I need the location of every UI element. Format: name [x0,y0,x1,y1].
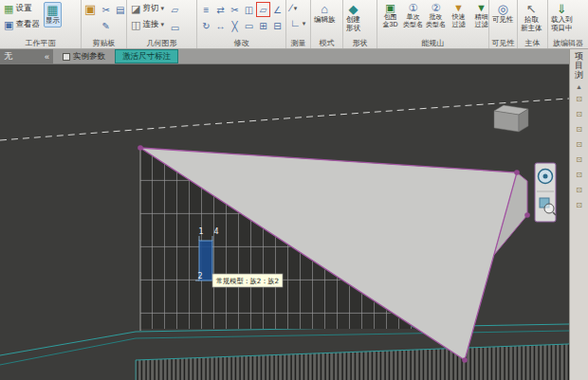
paste-button[interactable]: ▣ [83,2,97,17]
work-plane-grid-icon: ▦ [4,4,13,14]
title-char: 项 [575,51,583,61]
dimension-value-right[interactable]: 4 [213,227,218,236]
steering-wheel-icon[interactable] [539,170,553,184]
set-work-plane-button[interactable]: ▦ 设置 [2,2,42,15]
quick-filter-button[interactable]: ▼ 快速 过滤 [448,2,469,29]
modify-tools-grid: ≡ ⇄ ✂ ◫ ▱ ∠ ↻ ↔ ╳ ▭ ⊞ ⊟ [199,2,285,34]
panel-label-work-plane: 工作平面 [0,38,81,48]
join-geometry-button[interactable]: ◫ 连接 ▾ [129,18,166,31]
viewport-3d[interactable]: 1 4 2 常规模型 : 族2 : 族2 [0,64,569,380]
bbox-label-line1: 包围 [384,13,397,21]
chevron-down-icon: ▾ [160,21,164,28]
match-type-icon[interactable]: ✎ [99,18,113,33]
panel-label-family-editor: 族编辑器 [548,38,588,48]
dimension-button[interactable]: ∟ ▾ [288,17,307,29]
tree-node-icon[interactable]: ⊡ [576,171,582,179]
tooltip-text: 常规模型 : 族2 : 族2 [216,277,279,285]
cut-geometry-button[interactable]: ◪ 剪切 ▾ [129,2,166,15]
modify-tool-icon[interactable]: ╳ [228,18,242,33]
modify-tool-icon[interactable]: ⊞ [256,18,270,33]
copy-icon[interactable]: ▤ [113,2,126,17]
dimension-value-bottom[interactable]: 2 [197,272,202,280]
panel-geometry: ◪ 剪切 ▾ ◫ 连接 ▾ ▱ ▭ 几何图形 [127,0,197,48]
chevron-down-icon: ▾ [294,5,298,12]
fine-filter-button[interactable]: ▼ 精细 过滤 [470,2,488,29]
collapse-icon: « [45,52,49,62]
viewer-icon: ▣ [4,20,13,30]
tree-node-icon[interactable]: ⊡ [576,95,582,103]
panel-work-plane: ▦ 设置 ▣ 查看器 ▦ 显示 工作平面 [0,0,82,48]
modify-tool-icon[interactable]: ⇄ [213,2,228,17]
edit-family-icon: ⌂ [321,3,328,16]
single-label-line2: 类型名 [403,21,423,28]
tree-node-icon[interactable]: ⊡ [576,186,582,194]
geometry-tool-icon[interactable]: ▭ [168,20,182,35]
bounding-box-3d-button[interactable]: ▣ 包围 盒3D [379,2,401,29]
modify-tool-icon-highlighted[interactable]: ▱ [256,2,270,17]
set-label: 设置 [15,3,31,14]
quick-filter-icon: ▼ [453,3,464,13]
floor-hatch-strip [136,344,569,380]
reference-line-dashed [0,99,569,140]
dimension-value-left[interactable]: 1 [198,227,203,236]
fine-filter-label-line2: 过滤 [475,21,488,28]
tree-node-icon[interactable]: ⊡ [576,201,582,209]
panel-label-mode: 模式 [311,38,342,48]
options-bar: 无 « 实例参数 激活尺寸标注 [0,49,569,64]
viewer-button[interactable]: ▣ 查看器 [2,18,42,31]
modify-tool-icon[interactable]: ▭ [242,18,256,33]
show-label: 显示 [46,17,60,26]
single-label-line1: 单次 [407,13,420,21]
load-label-line2: 项目中 [551,25,573,33]
cut-to-clipboard-icon[interactable]: ✂ [99,2,113,17]
tree-node-icon[interactable]: ⊡ [576,125,582,134]
panel-label-clipboard: 剪贴板 [82,38,126,48]
edit-family-button[interactable]: ⌂ 编辑族 [313,2,337,26]
load-into-project-button[interactable]: ⇓ 载入到 项目中 [550,2,574,33]
modify-tool-icon[interactable]: ◫ [242,2,256,17]
visibility-eye-icon: ◎ [498,3,508,16]
ribbon-modify-tab: ▦ 设置 ▣ 查看器 ▦ 显示 工作平面 ▣ [0,0,588,49]
tree-node-icon[interactable]: ⊡ [576,110,582,118]
revit-window: ▦ 设置 ▣ 查看器 ▦ 显示 工作平面 ▣ [0,0,588,380]
modify-tool-icon[interactable]: ≡ [199,2,213,17]
create-form-icon: ◆ [349,3,358,16]
small-extrusion-cube[interactable] [494,105,528,132]
visibility-settings-button[interactable]: ◎ 可见性 [491,2,515,26]
fine-filter-icon: ▼ [476,3,487,13]
modify-tool-icon[interactable]: ↔ [213,18,228,33]
panel-label-shape: 形状 [343,38,377,48]
scroll-up-icon[interactable]: ▲ [576,83,582,90]
modify-tool-icon[interactable]: ↻ [199,18,213,33]
visibility-label: 可见性 [492,16,514,25]
batch-type-name-button[interactable]: ② 批改 类型名 [425,2,447,29]
checkbox-icon [63,53,70,61]
join-geometry-label: 连接 [142,19,158,30]
type-selector[interactable]: 无 « [0,49,53,64]
show-work-plane-button[interactable]: ▦ 显示 [44,2,62,27]
panel-label-geometry: 几何图形 [127,38,196,48]
load-into-project-icon: ⇓ [557,3,567,16]
modify-tool-icon[interactable]: ✂ [228,2,242,17]
title-char: 浏 [575,70,583,80]
cut-geometry-icon: ◪ [131,4,140,14]
measure-button[interactable]: ∕ ▾ [288,2,307,14]
tree-node-icon[interactable]: ⊡ [576,140,582,149]
panel-label-measure: 测量 [286,38,310,48]
panel-label-plugin: 能规山 [377,38,488,48]
instance-parameter-checkbox[interactable]: 实例参数 [63,51,105,63]
panel-host: ↖ 拾取 新主体 主体 [518,0,548,48]
batch-label-line2: 类型名 [426,21,446,28]
pick-new-host-button[interactable]: ↖ 拾取 新主体 [520,2,543,33]
panel-visibility: ◎ 可见性 可见性 [489,0,518,48]
tree-node-icon[interactable]: ⊡ [576,155,582,164]
activate-dimensions-button[interactable]: 激活尺寸标注 [115,49,178,63]
create-form-button[interactable]: ◆ 创建 形状 [345,2,361,33]
navigation-bar[interactable] [535,163,556,222]
modify-tool-icon[interactable]: ∠ [270,2,285,17]
project-browser-strip[interactable]: 项 目 浏 ▲ ⊡ ⊡ ⊡ ⊡ ⊡ ⊡ ⊡ ⊡ [569,49,588,380]
modify-tool-icon[interactable]: ⊟ [270,18,285,33]
geometry-tool-icon[interactable]: ▱ [168,2,182,17]
chevron-down-icon: ▾ [160,5,164,12]
single-type-name-button[interactable]: ① 单次 类型名 [402,2,424,29]
